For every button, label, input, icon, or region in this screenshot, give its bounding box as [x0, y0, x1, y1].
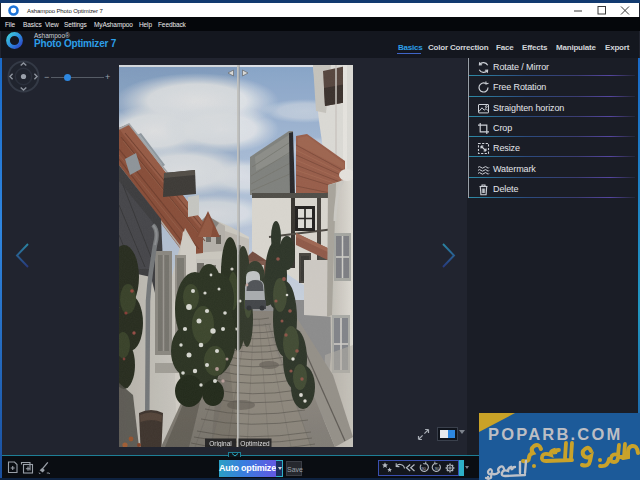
- svg-text:Original: Original: [209, 440, 232, 447]
- svg-text:90: 90: [421, 466, 426, 471]
- svg-text:90: 90: [435, 466, 440, 471]
- svg-text:Optimized: Optimized: [240, 440, 270, 447]
